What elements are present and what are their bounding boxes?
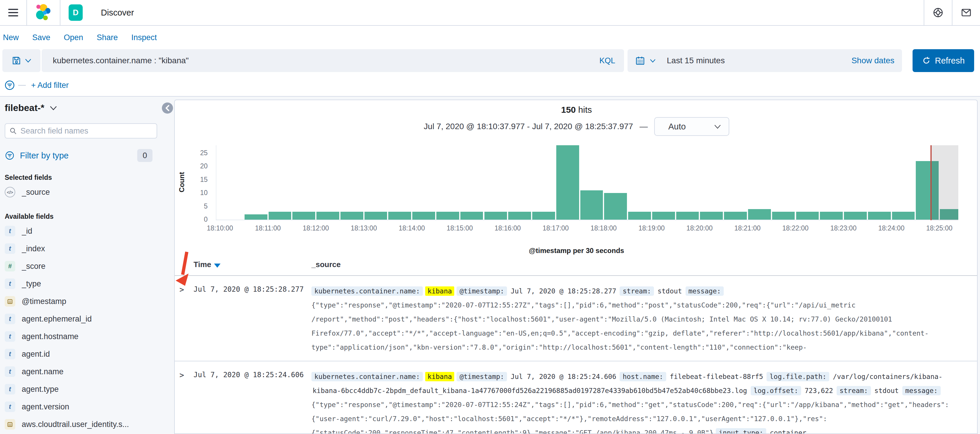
field-item-agent.version[interactable]: tagent.version bbox=[5, 398, 160, 415]
y-tick-label: 5 bbox=[190, 202, 208, 210]
histogram-bar[interactable] bbox=[532, 212, 555, 220]
add-filter-button[interactable]: + Add filter bbox=[31, 81, 68, 90]
saved-query-menu-button[interactable] bbox=[2, 49, 40, 72]
top-chrome-bar: D Discover bbox=[0, 0, 980, 26]
search-icon bbox=[10, 127, 17, 135]
field-name-chip: log.file.path: bbox=[767, 372, 829, 381]
elastic-logo-icon bbox=[35, 4, 52, 21]
histogram-bar[interactable] bbox=[556, 145, 579, 220]
histogram-bar[interactable] bbox=[580, 190, 603, 220]
histogram-bar[interactable] bbox=[676, 212, 699, 220]
y-tick-label: 10 bbox=[190, 189, 208, 197]
histogram-bar[interactable] bbox=[412, 212, 435, 220]
expand-row-button[interactable]: > bbox=[180, 371, 184, 380]
field-label: _score bbox=[22, 262, 45, 271]
histogram-bar[interactable] bbox=[844, 212, 867, 220]
histogram-bar[interactable] bbox=[340, 212, 363, 220]
histogram-bar[interactable] bbox=[292, 212, 315, 220]
filter-count-badge: 0 bbox=[137, 149, 153, 162]
expand-row-button[interactable]: > bbox=[180, 285, 184, 294]
time-range-value[interactable]: Last 15 minutes bbox=[667, 56, 725, 65]
field-name-chip: @timestamp: bbox=[457, 372, 507, 381]
field-item-aws.cloudtrail.user_identity.s...[interactable]: aws.cloudtrail.user_identity.s... bbox=[5, 415, 160, 433]
field-item-agent.hostname[interactable]: tagent.hostname bbox=[5, 328, 160, 345]
index-pattern-switcher[interactable]: filebeat-* bbox=[5, 103, 160, 113]
elastic-logo[interactable] bbox=[27, 4, 60, 21]
histogram-bar[interactable] bbox=[820, 212, 843, 220]
field-item-agent.type[interactable]: tagent.type bbox=[5, 380, 160, 398]
date-picker[interactable]: Last 15 minutes Show dates bbox=[628, 49, 902, 72]
doc-table-header: Time _source bbox=[175, 260, 978, 275]
chevron-down-icon bbox=[49, 106, 57, 111]
nav-open[interactable]: Open bbox=[64, 33, 83, 42]
histogram-bar[interactable] bbox=[388, 212, 411, 220]
calendar-icon bbox=[635, 55, 645, 66]
histogram-bar[interactable] bbox=[652, 212, 675, 220]
field-item-agent.id[interactable]: tagent.id bbox=[5, 345, 160, 363]
collapse-sidebar-button[interactable] bbox=[162, 103, 173, 114]
filter-by-type-button[interactable]: Filter by type bbox=[20, 151, 68, 160]
divider bbox=[18, 85, 26, 86]
field-item-@timestamp[interactable]: @timestamp bbox=[5, 293, 160, 310]
nav-inspect[interactable]: Inspect bbox=[131, 33, 157, 42]
histogram-bar[interactable] bbox=[628, 212, 651, 220]
field-item-agent.name[interactable]: tagent.name bbox=[5, 363, 160, 380]
time-column-header[interactable]: Time bbox=[194, 260, 221, 269]
number-field-icon: # bbox=[5, 261, 15, 271]
histogram-bar[interactable] bbox=[892, 212, 915, 220]
top-nav-menu: New Save Open Share Inspect bbox=[0, 26, 980, 49]
histogram-bar[interactable] bbox=[317, 212, 339, 220]
x-tick-label: 18:15:00 bbox=[436, 224, 483, 232]
field-item-_score[interactable]: #_score bbox=[5, 257, 160, 275]
field-search-box[interactable] bbox=[5, 123, 157, 138]
field-item-_type[interactable]: t_type bbox=[5, 275, 160, 293]
query-input[interactable]: kubernetes.container.name : "kibana" KQL bbox=[41, 49, 624, 72]
field-item-_id[interactable]: t_id bbox=[5, 222, 160, 240]
histogram-bar[interactable] bbox=[484, 212, 507, 220]
x-tick-label: 18:21:00 bbox=[724, 224, 771, 232]
field-search-input[interactable] bbox=[21, 127, 153, 136]
filter-menu-button[interactable] bbox=[4, 80, 15, 91]
field-item-_index[interactable]: t_index bbox=[5, 240, 160, 257]
histogram-bar[interactable] bbox=[604, 193, 627, 220]
field-item-_source[interactable]: </>_source bbox=[5, 183, 160, 201]
histogram-bar[interactable] bbox=[460, 212, 483, 220]
nav-new[interactable]: New bbox=[3, 33, 19, 42]
histogram-bar[interactable] bbox=[796, 212, 819, 220]
refresh-button[interactable]: Refresh bbox=[913, 49, 974, 72]
histogram-bar[interactable] bbox=[868, 212, 891, 220]
query-language-button[interactable]: KQL bbox=[600, 56, 624, 65]
dash: — bbox=[640, 122, 648, 131]
save-query-icon bbox=[11, 55, 21, 66]
histogram-bar[interactable] bbox=[748, 209, 771, 220]
field-value: stdout bbox=[875, 387, 899, 394]
nav-share[interactable]: Share bbox=[97, 33, 118, 42]
row-time: Jul 7, 2020 @ 18:25:28.277 bbox=[194, 285, 304, 293]
y-tick-label: 0 bbox=[190, 215, 208, 223]
histogram-bar[interactable] bbox=[245, 214, 267, 220]
help-button[interactable] bbox=[924, 0, 952, 25]
index-pattern-title: filebeat-* bbox=[5, 103, 44, 113]
main-menu-button[interactable] bbox=[0, 9, 26, 16]
chart-x-axis-title: @timestamp per 30 seconds bbox=[175, 247, 978, 255]
field-item-agent.ephemeral_id[interactable]: tagent.ephemeral_id bbox=[5, 310, 160, 328]
histogram-bar[interactable] bbox=[508, 212, 531, 220]
field-label: _type bbox=[22, 279, 41, 288]
histogram-bar[interactable] bbox=[700, 212, 723, 220]
field-value: Jul 7, 2020 @ 18:25:24.606 bbox=[511, 373, 616, 380]
field-name-chip: message: bbox=[902, 386, 941, 395]
discover-app-badge[interactable]: D bbox=[60, 5, 91, 21]
histogram-bar[interactable] bbox=[364, 212, 387, 220]
nav-save[interactable]: Save bbox=[32, 33, 51, 42]
fields-sidebar: filebeat-* Filter by type 0 Selected fie… bbox=[0, 97, 164, 434]
field-value: filebeat-filebeat-88rf5 bbox=[670, 373, 763, 380]
histogram-bar[interactable] bbox=[724, 212, 747, 220]
highlighted-term: kibana bbox=[425, 372, 454, 381]
histogram-bar[interactable] bbox=[436, 212, 459, 220]
show-dates-button[interactable]: Show dates bbox=[851, 56, 894, 65]
field-name-chip: kubernetes.container.name: bbox=[312, 287, 423, 296]
histogram-bar[interactable] bbox=[772, 212, 795, 220]
histogram-bar[interactable] bbox=[269, 212, 291, 220]
newsfeed-button[interactable] bbox=[953, 0, 980, 25]
interval-select[interactable]: Auto bbox=[654, 117, 729, 136]
